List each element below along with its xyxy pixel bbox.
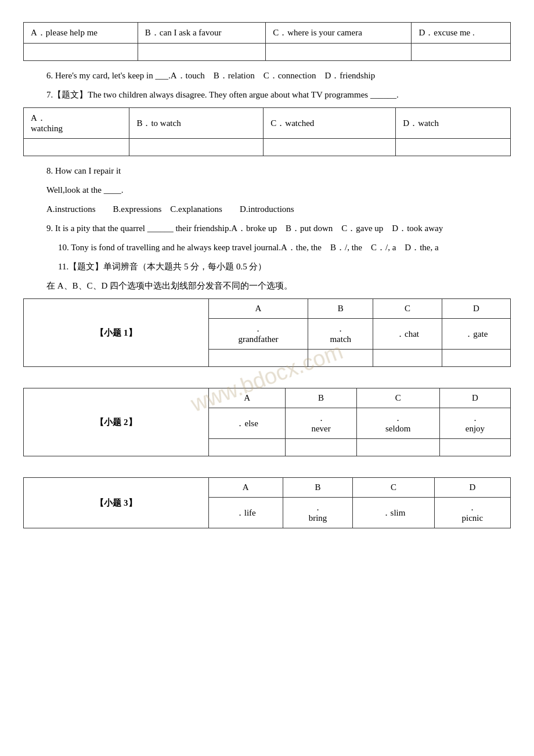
subtopic3-header-a: A: [208, 478, 283, 498]
subtopic1-header-d: D: [442, 299, 510, 319]
option-d1: D．excuse me .: [412, 23, 511, 44]
subtopic1-val-d: ．gate: [442, 319, 510, 350]
option-a1: A．please help me: [24, 23, 138, 44]
q7-option-d: D．watch: [396, 108, 511, 139]
subtopic2-val-d: ． enjoy: [439, 408, 510, 439]
subtopic2-header-b: B: [286, 388, 356, 408]
q7-option-c: C．watched: [264, 108, 396, 139]
subtopic3-header-b: B: [283, 478, 353, 498]
option-b1: B．can I ask a favour: [138, 23, 265, 44]
table-subtopic1: 【小题 1】 A B C D ． grandfather ． match ．ch…: [23, 298, 511, 367]
question-11-sub: 在 A、B、C、D 四个选项中选出划线部分发音不同的一个选项。: [23, 278, 511, 294]
subtopic3-label: 【小题 3】: [24, 478, 209, 528]
subtopic1-label: 【小题 1】: [24, 299, 209, 367]
subtopic2-header-d: D: [439, 388, 510, 408]
question-8-line1: 8. How can I repair it: [23, 163, 511, 179]
table-subtopic3: 【小题 3】 A B C D ．life ． bring ．slim ． pic…: [23, 477, 511, 528]
subtopic2-val-c: ． seldom: [356, 408, 439, 439]
table-options-7: A． watching B．to watch C．watched D．watch: [23, 107, 511, 156]
subtopic1-val-a: ． grandfather: [208, 319, 308, 350]
subtopic3-header-c: C: [353, 478, 434, 498]
subtopic2-header-a: A: [208, 388, 286, 408]
q7-option-b: B．to watch: [129, 108, 264, 139]
question-10: 10. Tony is fond of travelling and he al…: [23, 240, 511, 255]
option-c1: C．where is your camera: [266, 23, 412, 44]
question-8-options: A.instructions B.expressions C.explanati…: [23, 201, 511, 217]
q7-option-a: A． watching: [24, 108, 129, 139]
question-7-text: 7.【题文】The two children always disagree. …: [23, 87, 511, 103]
subtopic1-header-c: C: [373, 299, 442, 319]
subtopic1-val-c: ．chat: [373, 319, 442, 350]
table-options-1: A．please help me B．can I ask a favour C．…: [23, 22, 511, 61]
subtopic3-header-d: D: [434, 478, 510, 498]
table-subtopic2: 【小题 2】 A B C D ．else ． never ． seldom ． …: [23, 388, 511, 456]
subtopic2-header-c: C: [356, 388, 439, 408]
subtopic2-val-a: ．else: [208, 408, 286, 439]
subtopic2-val-b: ． never: [286, 408, 356, 439]
subtopic3-val-a: ．life: [208, 498, 283, 528]
subtopic1-header-a: A: [208, 299, 308, 319]
subtopic3-val-d: ． picnic: [434, 498, 510, 528]
question-8-line2: Well,look at the ____.: [23, 182, 511, 198]
question-6: 6. Here's my card, let's keep in ___.A．t…: [23, 68, 511, 84]
question-11-heading: 11.【题文】单词辨音（本大题共 5 分，每小题 0.5 分）: [23, 259, 511, 275]
subtopic3-val-b: ． bring: [283, 498, 353, 528]
subtopic1-val-b: ． match: [308, 319, 373, 350]
subtopic2-label: 【小题 2】: [24, 388, 209, 456]
subtopic1-header-b: B: [308, 299, 373, 319]
subtopic3-val-c: ．slim: [353, 498, 434, 528]
question-9: 9. It is a pity that the quarrel ______ …: [23, 221, 511, 236]
